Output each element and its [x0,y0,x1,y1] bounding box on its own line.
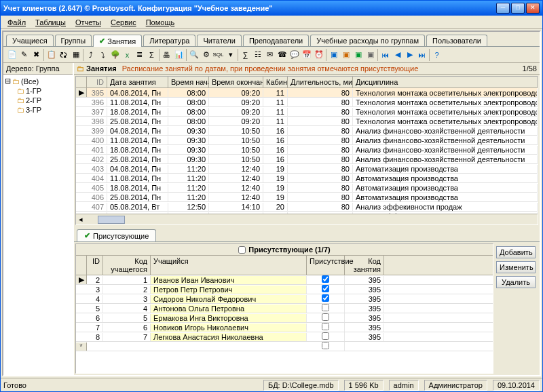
tab-4[interactable]: Читатели [197,35,242,46]
copy-icon[interactable]: 📋 [45,49,57,61]
chart-icon[interactable]: 📊 [173,49,185,61]
delete-icon[interactable]: ✖ [31,49,42,61]
group-icon[interactable]: ☷ [252,49,263,61]
tree-icon[interactable]: 🌳 [109,49,121,61]
attendance-checkbox[interactable] [322,275,329,283]
refresh-icon[interactable]: 🗘 [58,49,69,61]
collapse-icon[interactable]: ⊟ [5,77,11,85]
scol-id[interactable]: ID [87,256,103,275]
edit-button[interactable]: Изменить [496,261,536,273]
tab-3[interactable]: Литература [143,35,195,46]
help-icon[interactable]: ? [431,49,443,61]
scol-kod[interactable]: Код учащегося [103,256,151,275]
attendance-checkbox[interactable] [322,313,329,321]
attendance-checkbox[interactable] [322,285,329,292]
sql-icon[interactable]: SQL [212,49,224,61]
col-end[interactable]: Время окончания [209,77,263,87]
subtab-attendees[interactable]: ✔Присутсвующие [77,229,156,241]
attendance-checkbox[interactable] [322,323,329,330]
attendance-checkbox[interactable] [322,294,329,302]
table-row[interactable]: 40625.08.2014, Пн11:2012:401980Автоматиз… [76,193,538,202]
table-row[interactable]: 39825.08.2014, Пн08:0009:201180Технологи… [76,117,538,126]
color2-icon[interactable]: ▣ [340,49,352,61]
table-row[interactable]: 39611.08.2014, Пн08:0009:201180Технологи… [76,98,538,107]
table-row[interactable]: 40118.08.2014, Пн09:3010:501680Анализ фи… [76,145,538,155]
nav-next-icon[interactable]: ▶ [404,49,415,61]
table-row[interactable]: 40705.08.2014, Вт12:5014:102080Анализ эф… [76,202,538,212]
attendance-checkbox[interactable] [322,342,329,349]
table-row[interactable]: 43Сидоров Николай Федорович395 [76,294,493,304]
toggle-all-checkbox[interactable] [238,246,246,254]
table-row[interactable]: 39718.08.2014, Пн08:0009:201180Технологи… [76,107,538,117]
find-icon[interactable]: 🔍 [188,49,200,61]
table-row[interactable]: ▶39504.08.2014, Пн08:0009:201180Технолог… [76,88,538,98]
filter-icon[interactable]: ⚙ [200,49,212,61]
nav-first-icon[interactable]: ⏮ [379,49,391,61]
sub-grid[interactable]: Присутствующие (1/7) ID Код учащегося Уч… [75,243,493,374]
new-row[interactable] [76,342,493,351]
csv-icon[interactable]: ≣ [134,49,145,61]
tree-item[interactable]: 🗀3-ГР [5,105,71,115]
close-button[interactable]: ✕ [526,3,540,14]
menu-reports[interactable]: Отчеты [71,17,105,28]
scroll-thumb[interactable] [98,216,125,224]
maximize-button[interactable]: □ [511,3,525,14]
tab-6[interactable]: Учебные расходы по группам [310,35,425,46]
tab-5[interactable]: Преподаватели [243,35,309,46]
horizontal-scrollbar[interactable]: ◂ [76,214,538,224]
scol-name[interactable]: Учащийся [151,256,307,275]
menu-service[interactable]: Сервис [107,17,141,28]
delete-button[interactable]: Удалить [496,276,536,288]
attendance-checkbox[interactable] [322,332,329,340]
col-discipline[interactable]: Дисциплина [353,77,538,87]
print-icon[interactable]: 🖶 [161,49,172,61]
tab-7[interactable]: Пользователи [426,35,487,46]
table-row[interactable]: 39904.08.2014, Пн09:3010:501680Анализ фи… [76,126,538,136]
excel-icon[interactable]: x [121,49,133,61]
calc-icon[interactable]: Σ [146,49,157,61]
color3-icon[interactable]: ▣ [352,49,364,61]
grid-body[interactable]: ▶39504.08.2014, Пн08:0009:201180Технолог… [76,88,538,214]
tree-item[interactable]: 🗀2-ГР [5,96,71,105]
new-icon[interactable]: 📄 [6,49,18,61]
sms-icon[interactable]: ☎ [276,49,288,61]
table-row[interactable]: 40011.08.2014, Пн09:3010:501680Анализ фи… [76,136,538,145]
table-row[interactable]: 65Ермакова Инга Викторовна395 [76,313,493,323]
table-row[interactable]: 32Петров Петр Петрович395 [76,285,493,294]
table-row[interactable]: 76Новиков Игорь Николаевич395 [76,323,493,332]
table-row[interactable]: ▶21Иванов Иван Иванович395 [76,275,493,285]
col-date[interactable]: Дата занятия [107,77,168,87]
mail-icon[interactable]: ✉ [264,49,276,61]
add-button[interactable]: Добавить [496,246,536,258]
minimize-button[interactable]: ─ [496,3,510,14]
table-row[interactable]: 40304.08.2014, Пн11:2012:401980Автоматиз… [76,164,538,174]
scol-koz[interactable]: Код занятия [345,256,384,275]
tree-root[interactable]: ⊟ 🗀 (Все) [5,76,71,86]
menu-help[interactable]: Помощь [142,17,179,28]
table-row[interactable]: 40518.08.2014, Пн11:2012:401980Автоматиз… [76,183,538,193]
col-duration[interactable]: Длительность, мин. [288,77,353,87]
grid-icon[interactable]: ▦ [70,49,81,61]
nav-prev-icon[interactable]: ◀ [392,49,403,61]
color4-icon[interactable]: ▣ [364,49,376,61]
table-row[interactable]: 87Легкова Анастасия Николаевна395 [76,332,493,342]
col-id[interactable]: ID [87,77,107,87]
reminder-icon[interactable]: ⏰ [313,49,324,61]
scol-attendance[interactable]: Присутствие [307,256,345,275]
export-icon[interactable]: ⤴ [85,49,96,61]
tab-0[interactable]: Учащиеся [6,35,54,46]
drop-filter-icon[interactable]: ▾ [225,49,236,61]
tab-1[interactable]: Группы [55,35,92,46]
edit-icon[interactable]: ✎ [18,49,30,61]
attendance-checkbox[interactable] [322,304,329,311]
sum-icon[interactable]: ∑ [240,49,251,61]
import-icon[interactable]: ⤵ [97,49,109,61]
table-row[interactable]: 40225.08.2014, Пн09:3010:501680Анализ фи… [76,155,538,164]
calendar-icon[interactable]: 📅 [301,49,312,61]
tree-item[interactable]: 🗀1-ГР [5,86,71,96]
menu-tables[interactable]: Таблицы [31,17,70,28]
tab-2[interactable]: ✔Занятия [93,35,142,47]
color1-icon[interactable]: ▣ [328,49,339,61]
col-start[interactable]: Время начала [168,77,209,87]
chat-icon[interactable]: 💬 [288,49,300,61]
